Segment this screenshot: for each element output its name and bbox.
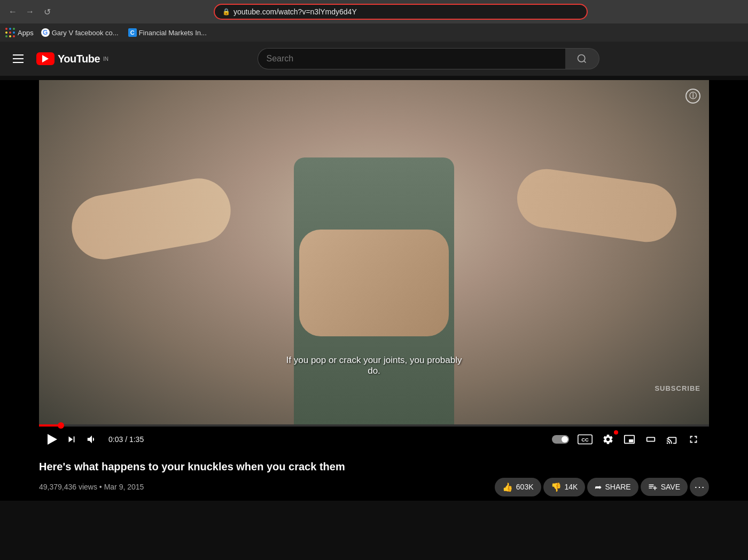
like-count: 603K <box>516 483 534 491</box>
theater-icon <box>645 433 657 445</box>
video-actions: 603K 14K SHARE SAVE <box>495 477 709 496</box>
video-meta-row: 49,379,436 views • Mar 9, 2015 603K 14K <box>39 477 709 496</box>
svg-point-0 <box>578 55 585 62</box>
toggle-pill <box>552 435 569 444</box>
hamburger-icon <box>9 50 28 67</box>
dot <box>9 31 11 34</box>
play-icon <box>48 434 57 445</box>
like-button[interactable]: 603K <box>495 478 541 496</box>
total-time: 1:35 <box>129 435 144 444</box>
browser-toolbar: ← → ↺ 🔒 youtube.com/watch?v=n3lYmdy6d4Y <box>0 0 748 23</box>
back-button[interactable]: ← <box>5 4 20 19</box>
youtube-logo-icon <box>36 52 54 65</box>
youtube-logo-text: YouTube <box>58 53 100 65</box>
volume-icon <box>86 433 98 445</box>
subtitle-overlay: If you pop or crack your joints, you pro… <box>286 355 462 376</box>
cast-button[interactable] <box>663 431 681 447</box>
video-frame[interactable]: If you pop or crack your joints, you pro… <box>39 80 709 424</box>
c-favicon: C <box>128 28 137 37</box>
dot <box>9 35 11 37</box>
share-label: SHARE <box>605 483 630 491</box>
volume-button[interactable] <box>84 431 100 447</box>
save-icon <box>648 482 658 492</box>
search-icon <box>576 53 587 64</box>
dot <box>5 35 7 37</box>
browser-chrome: ← → ↺ 🔒 youtube.com/watch?v=n3lYmdy6d4Y <box>0 0 748 42</box>
settings-button[interactable] <box>599 431 617 447</box>
video-stats: 49,379,436 views • Mar 9, 2015 <box>39 483 144 491</box>
cc-button[interactable]: CC <box>574 432 596 447</box>
dot <box>9 28 11 30</box>
refresh-button[interactable]: ↺ <box>40 4 54 19</box>
address-bar-container: 🔒 youtube.com/watch?v=n3lYmdy6d4Y <box>214 4 588 20</box>
autoplay-toggle[interactable] <box>552 435 569 444</box>
dot <box>5 31 7 34</box>
hamburger-menu-button[interactable] <box>9 50 28 67</box>
subscribe-watermark: SUBSCRIBE <box>654 384 700 392</box>
hamburger-line <box>13 62 24 63</box>
svg-text:CC: CC <box>581 437 589 443</box>
time-display: 0:03 / 1:35 <box>108 435 144 444</box>
cast-icon <box>666 433 678 445</box>
subtitle-line1: If you pop or crack your joints, you pro… <box>286 355 462 366</box>
search-input[interactable] <box>258 48 565 69</box>
share-button[interactable]: SHARE <box>587 478 638 496</box>
more-options-button[interactable]: ⋯ <box>690 477 709 496</box>
search-button[interactable] <box>565 48 599 69</box>
youtube-logo[interactable]: YouTube IN <box>36 52 108 65</box>
more-icon: ⋯ <box>694 480 705 493</box>
apps-label: Apps <box>18 29 34 37</box>
dot <box>13 35 15 37</box>
video-player-wrapper: If you pop or crack your joints, you pro… <box>0 80 748 501</box>
controls-right: CC <box>552 431 703 447</box>
skip-icon <box>66 433 77 445</box>
save-button[interactable]: SAVE <box>641 478 688 496</box>
bookmarks-bar: Apps G Gary V facebook co... C Financial… <box>0 23 748 42</box>
dislike-icon <box>551 482 562 492</box>
bookmark-financial-markets[interactable]: C Financial Markets In... <box>126 27 209 38</box>
nav-buttons: ← → ↺ <box>5 4 54 19</box>
info-button[interactable]: ⓘ <box>685 89 700 104</box>
address-text: youtube.com/watch?v=n3lYmdy6d4Y <box>233 7 357 16</box>
theater-mode-button[interactable] <box>642 431 660 447</box>
play-button[interactable] <box>45 432 59 447</box>
dot <box>13 28 15 30</box>
apps-button[interactable]: Apps <box>5 28 34 38</box>
dislike-count: 14K <box>565 483 578 491</box>
lock-icon: 🔒 <box>222 8 230 15</box>
subtitle-line2: do. <box>286 366 462 376</box>
hamburger-line <box>13 58 24 59</box>
bookmark-gary-v[interactable]: G Gary V facebook co... <box>39 27 121 38</box>
view-count: 49,379,436 views <box>39 483 97 491</box>
video-info: Here's what happens to your knuckles whe… <box>39 452 709 501</box>
fullscreen-button[interactable] <box>684 431 703 447</box>
current-time: 0:03 <box>108 435 123 444</box>
save-label: SAVE <box>661 483 680 491</box>
bookmark-financial-markets-label: Financial Markets In... <box>139 29 207 37</box>
hands-center <box>299 230 449 336</box>
controls-bar: 0:03 / 1:35 CC <box>39 427 709 452</box>
skip-button[interactable] <box>64 431 80 447</box>
video-title: Here's what happens to your knuckles whe… <box>39 461 709 473</box>
upload-date: Mar 9, 2015 <box>104 483 144 491</box>
progress-dot <box>58 422 64 429</box>
youtube-header: YouTube IN <box>0 42 748 76</box>
date-separator: • <box>99 483 104 491</box>
progress-bar[interactable] <box>39 424 709 427</box>
dot <box>13 31 15 34</box>
svg-line-1 <box>584 61 586 63</box>
cc-icon: CC <box>578 434 593 445</box>
address-bar[interactable]: 🔒 youtube.com/watch?v=n3lYmdy6d4Y <box>214 4 588 20</box>
hd-badge <box>614 430 618 435</box>
apps-grid <box>5 28 15 38</box>
dot <box>5 28 7 30</box>
video-container: If you pop or crack your joints, you pro… <box>39 80 709 452</box>
miniplayer-button[interactable] <box>620 431 638 447</box>
miniplayer-icon <box>624 433 635 445</box>
bookmark-gary-v-label: Gary V facebook co... <box>52 29 119 37</box>
hamburger-line <box>13 54 24 56</box>
like-icon <box>502 482 513 492</box>
fullscreen-icon <box>688 433 699 445</box>
dislike-button[interactable]: 14K <box>543 478 586 496</box>
forward-button[interactable]: → <box>22 4 37 19</box>
